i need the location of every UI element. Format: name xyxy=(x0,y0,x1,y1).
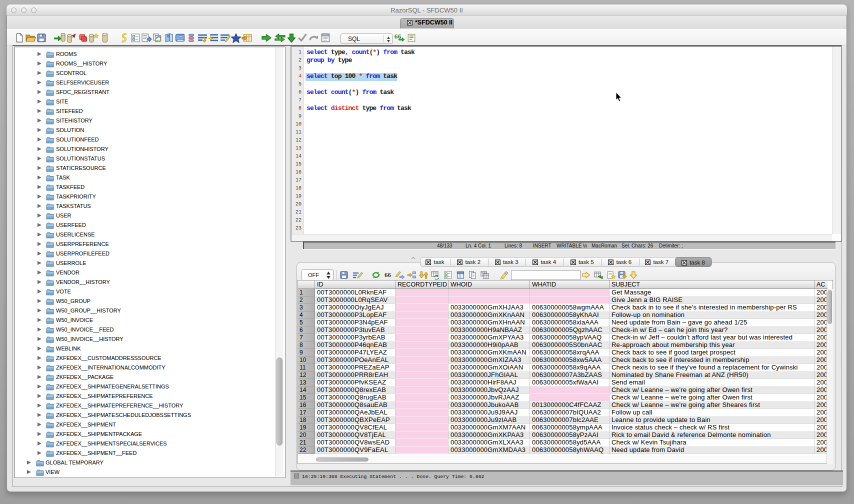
svg-text:66: 66 xyxy=(384,271,392,278)
